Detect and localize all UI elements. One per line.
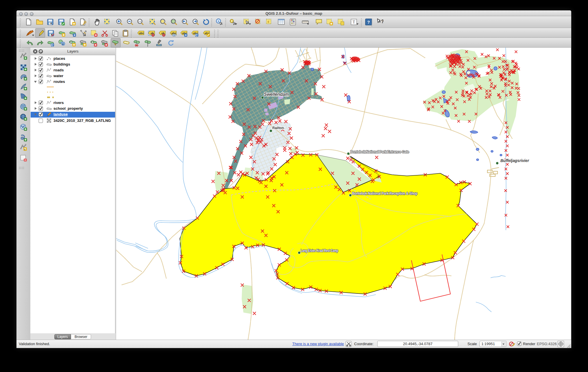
svg-text:1:1: 1:1: [138, 20, 142, 23]
svg-text:Railton: Railton: [272, 126, 284, 130]
svg-text:Buffeljagsrivier: Buffeljagsrivier: [500, 158, 530, 163]
svg-text:abc: abc: [139, 31, 144, 35]
svg-text:T: T: [353, 20, 355, 24]
svg-text:Bontebok National Park Recepti: Bontebok National Park Reception & Shop: [352, 191, 417, 196]
svg-text:?: ?: [381, 19, 383, 24]
svg-text:Lang Elsies Kraal Rest Camp: Lang Elsies Kraal Rest Camp: [301, 249, 338, 253]
svg-text:ε: ε: [268, 19, 269, 24]
svg-text:Swellendam: Swellendam: [264, 92, 289, 97]
svg-text:?: ?: [367, 20, 370, 25]
svg-text:Bontebok National Park Entranc: Bontebok National Park Entrance Gate: [350, 150, 409, 154]
svg-text:i: i: [218, 19, 219, 23]
